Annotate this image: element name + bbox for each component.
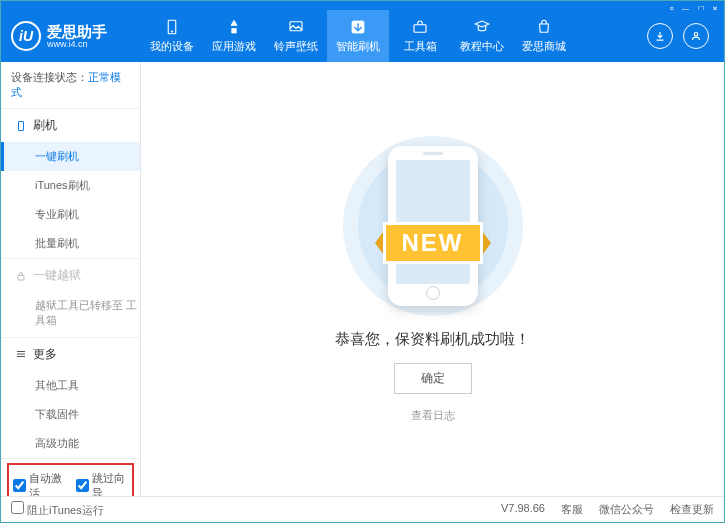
nav-label: 我的设备 xyxy=(150,39,194,54)
checkbox-label: 自动激活 xyxy=(29,471,66,496)
section-more: 更多 其他工具 下载固件 高级功能 xyxy=(1,338,140,459)
flash-icon xyxy=(349,18,367,36)
nav-label: 铃声壁纸 xyxy=(274,39,318,54)
main-content: NEW 恭喜您，保资料刷机成功啦！ 确定 查看日志 xyxy=(141,62,724,496)
svg-point-5 xyxy=(694,33,698,37)
section-jailbreak: 一键越狱 越狱工具已转移至 工具箱 xyxy=(1,259,140,338)
conn-label: 设备连接状态： xyxy=(11,71,88,83)
section-title: 更多 xyxy=(33,346,57,363)
sidebar-item-firmware[interactable]: 下载固件 xyxy=(1,400,140,429)
sidebar: 设备连接状态：正常模式 刷机 一键刷机 iTunes刷机 专业刷机 批量刷机 一… xyxy=(1,62,141,496)
header-right xyxy=(647,23,724,49)
nav-my-device[interactable]: 我的设备 xyxy=(141,10,203,62)
tutorial-icon xyxy=(473,18,491,36)
svg-point-1 xyxy=(171,31,173,33)
illustration: NEW xyxy=(323,136,543,316)
nav-store[interactable]: 爱思商城 xyxy=(513,10,575,62)
success-message: 恭喜您，保资料刷机成功啦！ xyxy=(335,330,530,349)
auto-activate-checkbox[interactable]: 自动激活 xyxy=(13,471,66,496)
block-itunes-checkbox[interactable]: 阻止iTunes运行 xyxy=(11,501,104,518)
section-jailbreak-header: 一键越狱 xyxy=(1,259,140,292)
header: iU 爱思助手 www.i4.cn 我的设备 应用游戏 铃声壁纸 智能刷机 xyxy=(1,10,724,62)
nav-apps[interactable]: 应用游戏 xyxy=(203,10,265,62)
nav-label: 爱思商城 xyxy=(522,39,566,54)
checkbox-label: 阻止iTunes运行 xyxy=(27,504,104,516)
checkbox-row: 自动激活 跳过向导 xyxy=(7,463,134,496)
sidebar-item-batch[interactable]: 批量刷机 xyxy=(1,229,140,258)
section-more-header[interactable]: 更多 xyxy=(1,338,140,371)
svg-rect-4 xyxy=(414,25,426,33)
statusbar: 阻止iTunes运行 V7.98.66 客服 微信公众号 检查更新 xyxy=(1,496,724,522)
version-label: V7.98.66 xyxy=(501,502,545,517)
logo-title: 爱思助手 xyxy=(47,24,107,39)
sidebar-item-pro[interactable]: 专业刷机 xyxy=(1,200,140,229)
sidebar-item-other[interactable]: 其他工具 xyxy=(1,371,140,400)
nav-label: 教程中心 xyxy=(460,39,504,54)
toolbox-icon xyxy=(411,18,429,36)
section-title: 一键越狱 xyxy=(33,267,81,284)
menu-icon xyxy=(15,348,27,360)
device-icon xyxy=(163,18,181,36)
body: 设备连接状态：正常模式 刷机 一键刷机 iTunes刷机 专业刷机 批量刷机 一… xyxy=(1,62,724,496)
service-link[interactable]: 客服 xyxy=(561,502,583,517)
logo: iU 爱思助手 www.i4.cn xyxy=(1,21,141,51)
checkbox-label: 跳过向导 xyxy=(92,471,129,496)
nav: 我的设备 应用游戏 铃声壁纸 智能刷机 工具箱 教程中心 xyxy=(141,10,575,62)
titlebar: ≡ — ☐ ✕ xyxy=(1,1,724,10)
logo-url: www.i4.cn xyxy=(47,39,107,49)
nav-flash[interactable]: 智能刷机 xyxy=(327,10,389,62)
sidebar-item-itunes[interactable]: iTunes刷机 xyxy=(1,171,140,200)
nav-ringtones[interactable]: 铃声壁纸 xyxy=(265,10,327,62)
nav-label: 智能刷机 xyxy=(336,39,380,54)
phone-icon xyxy=(15,120,27,132)
ribbon-text: NEW xyxy=(383,222,483,264)
view-log-link[interactable]: 查看日志 xyxy=(411,408,455,423)
section-title: 刷机 xyxy=(33,117,57,134)
nav-label: 工具箱 xyxy=(404,39,437,54)
apps-icon xyxy=(225,18,243,36)
update-link[interactable]: 检查更新 xyxy=(670,502,714,517)
nav-label: 应用游戏 xyxy=(212,39,256,54)
download-button[interactable] xyxy=(647,23,673,49)
nav-toolbox[interactable]: 工具箱 xyxy=(389,10,451,62)
sidebar-item-advanced[interactable]: 高级功能 xyxy=(1,429,140,458)
nav-tutorials[interactable]: 教程中心 xyxy=(451,10,513,62)
lock-icon xyxy=(15,270,27,282)
logo-icon: iU xyxy=(11,21,41,51)
jailbreak-note: 越狱工具已转移至 工具箱 xyxy=(1,292,140,337)
sidebar-item-oneclick[interactable]: 一键刷机 xyxy=(1,142,140,171)
wallpaper-icon xyxy=(287,18,305,36)
app-window: ≡ — ☐ ✕ iU 爱思助手 www.i4.cn 我的设备 应用游戏 xyxy=(0,0,725,523)
svg-rect-6 xyxy=(19,121,24,130)
user-button[interactable] xyxy=(683,23,709,49)
svg-rect-7 xyxy=(18,275,24,280)
store-icon xyxy=(535,18,553,36)
new-ribbon: NEW xyxy=(323,222,543,264)
ok-button[interactable]: 确定 xyxy=(394,363,472,394)
wechat-link[interactable]: 微信公众号 xyxy=(599,502,654,517)
connection-status: 设备连接状态：正常模式 xyxy=(1,62,140,109)
section-flash-header[interactable]: 刷机 xyxy=(1,109,140,142)
section-flash: 刷机 一键刷机 iTunes刷机 专业刷机 批量刷机 xyxy=(1,109,140,259)
skip-guide-checkbox[interactable]: 跳过向导 xyxy=(76,471,129,496)
